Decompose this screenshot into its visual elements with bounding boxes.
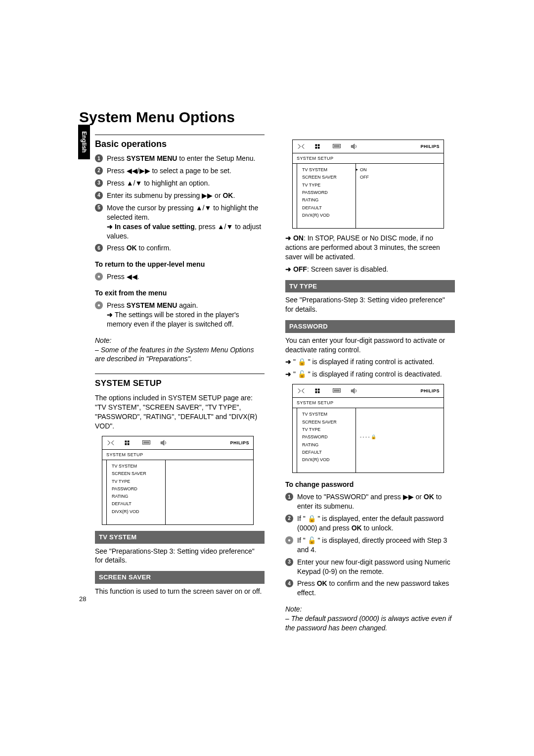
arrow-note: In cases of value setting, press ▲/▼ to … [107, 222, 265, 241]
osd-value-off: OFF [360, 174, 440, 181]
osd-tab: SYSTEM SETUP [293, 153, 444, 163]
text-bold: SYSTEM MENU [127, 301, 178, 309]
svg-rect-8 [315, 147, 317, 149]
osd-item: DIVX(R) VOD [302, 456, 352, 464]
svg-rect-1 [128, 440, 130, 442]
step-1: 1Press SYSTEM MENU to enter the Setup Me… [95, 154, 265, 163]
text-bold: OK [424, 493, 434, 501]
pw-step-alt: ●If " 🔓 " is displayed, directly proceed… [285, 536, 455, 555]
text: to enter the Setup Menu. [177, 154, 255, 162]
system-setup-para: The options included in SYSTEM SETUP pag… [95, 393, 265, 431]
text: Press ▲/▼ to highlight an option. [107, 179, 265, 188]
osd-item: TV TYPE [112, 478, 161, 485]
text: Enter your new four-digit password using… [297, 558, 455, 576]
osd-item: TV SYSTEM [302, 166, 352, 174]
osd-password-mask: - - - - 🔒 [360, 433, 440, 441]
display-icon [142, 439, 151, 446]
pw-step-3: 3Enter your new four-digit password usin… [285, 558, 455, 576]
text: Press [107, 244, 127, 252]
svg-rect-2 [125, 443, 127, 445]
text: Press [107, 301, 127, 309]
tv-type-para: See "Preparations-Step 3: Setting video … [285, 295, 455, 314]
grid-icon [314, 143, 323, 150]
note-label: Note: [285, 605, 455, 614]
exit-step: ●Press SYSTEM MENU again.The settings wi… [95, 301, 265, 329]
text-bold: OFF [293, 265, 307, 273]
osd-item: RATING [302, 196, 352, 204]
text: . [233, 191, 235, 199]
password-arr1: " 🔒 " is displayed if rating control is … [285, 357, 455, 367]
bullet-1: 1 [285, 493, 293, 501]
text: If " 🔓 " is displayed, directly proceed … [297, 536, 455, 555]
pw-step-4: 4Press OK to confirm and the new passwor… [285, 579, 455, 598]
text: Press ◀◀. [107, 272, 265, 282]
text-bold: OK [317, 579, 327, 587]
osd-value-on: ON [360, 166, 440, 174]
bullet-dot: ● [95, 273, 103, 281]
bullet-5: 5 [95, 204, 103, 212]
tools-icon [106, 439, 115, 446]
text-bold: OK [352, 524, 362, 532]
note-label: Note: [95, 336, 265, 345]
osd-item: TV SYSTEM [302, 411, 352, 418]
osd-screenshot-password: PHILIPS SYSTEM SETUP TV SYSTEM SCREEN SA… [292, 384, 444, 473]
osd-item: DIVX(R) VOD [302, 212, 352, 219]
tools-icon [297, 387, 306, 394]
osd-menu: TV SYSTEM SCREEN SAVER TV TYPE PASSWORD … [106, 460, 166, 524]
svg-rect-11 [334, 145, 340, 147]
text: Move the cursor by pressing ▲/▼ to highl… [107, 204, 258, 221]
text: Press [297, 579, 317, 587]
change-password-heading: To change password [285, 480, 455, 489]
bullet-4: 4 [285, 579, 293, 587]
text-bold: ON [293, 234, 304, 242]
text: Move to "PASSWORD" and press ▶▶ or [297, 493, 424, 501]
osd-item: DEFAULT [302, 449, 352, 456]
right-column: PHILIPS SYSTEM SETUP TV SYSTEM SCREEN SA… [285, 135, 455, 633]
brand-label: PHILIPS [420, 388, 440, 394]
osd-menu: TV SYSTEM SCREEN SAVER TV TYPE PASSWORD … [297, 408, 356, 472]
text-bold: OK [222, 191, 233, 199]
step-6: 6Press OK to confirm. [95, 243, 265, 253]
svg-rect-5 [143, 441, 149, 444]
text-bold: SYSTEM MENU [127, 154, 178, 162]
brand-label: PHILIPS [230, 440, 249, 446]
tv-system-para: See "Preparations-Step 3: Setting video … [95, 547, 265, 566]
osd-item: TV TYPE [302, 426, 352, 433]
speaker-icon [350, 387, 359, 394]
text: Press ◀◀/▶▶ to select a page to be set. [107, 166, 265, 176]
svg-rect-12 [315, 389, 317, 391]
language-tab-label: English [81, 131, 88, 152]
speaker-icon [160, 439, 169, 446]
svg-rect-13 [318, 389, 320, 391]
exit-heading: To exit from the menu [95, 288, 265, 298]
return-step: ●Press ◀◀. [95, 272, 265, 282]
osd-item: PASSWORD [302, 189, 352, 196]
svg-rect-9 [318, 147, 320, 149]
password-arr2: " 🔓 " is displayed if rating control is … [285, 370, 455, 379]
tools-icon [297, 143, 306, 150]
osd-item: TV TYPE [302, 182, 352, 189]
osd-item: RATING [302, 441, 352, 449]
ss-on-note: ON: In STOP, PAUSE or No DISC mode, if n… [285, 234, 455, 262]
text-bold: OK [127, 244, 137, 252]
page-title: System Menu Options [79, 109, 455, 126]
bullet-2: 2 [95, 167, 103, 175]
svg-rect-14 [315, 391, 317, 393]
step-2: 2Press ◀◀/▶▶ to select a page to be set. [95, 166, 265, 176]
svg-rect-15 [318, 391, 320, 393]
svg-rect-17 [334, 389, 340, 392]
text: : In STOP, PAUSE or No DISC mode, if no … [285, 234, 440, 261]
display-icon [332, 387, 341, 394]
grid-icon [314, 387, 323, 394]
text: : Screen saver is disabled. [307, 265, 388, 273]
osd-item: SCREEN SAVER [302, 419, 352, 426]
brand-label: PHILIPS [420, 143, 440, 149]
osd-menu: TV SYSTEM SCREEN SAVER TV TYPE PASSWORD … [297, 164, 356, 228]
bullet-2: 2 [285, 515, 293, 522]
bullet-dot: ● [95, 301, 103, 309]
osd-item: PASSWORD [112, 485, 161, 493]
grid-icon [124, 439, 133, 446]
bullet-6: 6 [95, 244, 103, 252]
pw-step-1: 1Move to "PASSWORD" and press ▶▶ or OK t… [285, 492, 455, 511]
svg-rect-7 [318, 144, 320, 146]
